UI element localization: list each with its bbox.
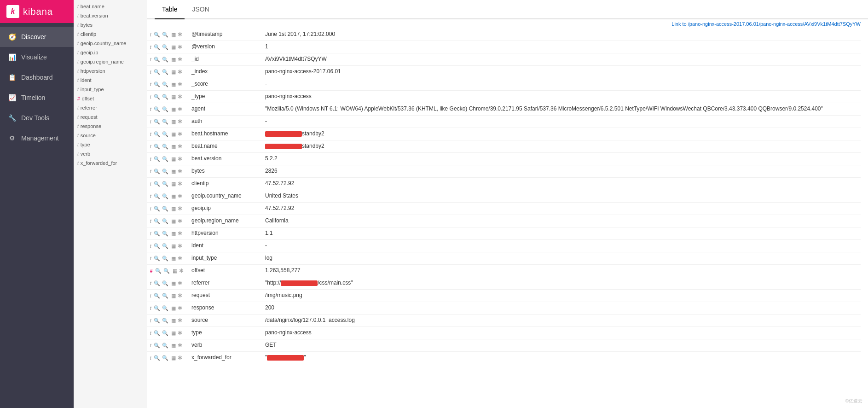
field-item[interactable]: tbytes <box>74 20 147 29</box>
sidebar-item-management[interactable]: ⚙Management <box>0 128 74 148</box>
search-plus-icon[interactable]: 🔍 <box>153 342 161 349</box>
columns-icon[interactable]: ▦ <box>170 118 177 125</box>
search-plus-icon[interactable]: 🔍 <box>153 329 161 337</box>
tab-table[interactable]: Table <box>155 0 185 19</box>
search-plus-icon[interactable]: 🔍 <box>153 105 161 113</box>
search-plus-icon[interactable]: 🔍 <box>153 242 161 250</box>
search-plus-icon[interactable]: 🔍 <box>153 192 161 200</box>
columns-icon[interactable]: ▦ <box>170 81 177 88</box>
logo[interactable]: k kibana <box>0 0 74 23</box>
field-item[interactable]: tinput_type <box>74 85 147 94</box>
field-item[interactable]: tx_forwarded_for <box>74 158 147 168</box>
field-item[interactable]: thttpversion <box>74 66 147 76</box>
columns-icon[interactable]: ▦ <box>170 192 177 200</box>
doc-link[interactable]: Link to /pano-nginx-access-2017.06.01/pa… <box>671 21 861 27</box>
sidebar-item-timelion[interactable]: 📈Timelion <box>0 87 74 108</box>
search-minus-icon[interactable]: 🔍 <box>162 155 169 163</box>
search-plus-icon[interactable]: 🔍 <box>153 230 161 237</box>
columns-icon[interactable]: ▦ <box>170 342 177 349</box>
columns-icon[interactable]: ▦ <box>170 217 177 225</box>
search-minus-icon[interactable]: 🔍 <box>162 242 169 250</box>
search-plus-icon[interactable]: 🔍 <box>153 56 161 63</box>
columns-icon[interactable]: ▦ <box>170 242 177 250</box>
columns-icon[interactable]: ▦ <box>170 31 177 38</box>
search-minus-icon[interactable]: 🔍 <box>162 280 169 287</box>
search-minus-icon[interactable]: 🔍 <box>162 81 169 88</box>
search-plus-icon[interactable]: 🔍 <box>155 267 162 274</box>
columns-icon[interactable]: ▦ <box>170 130 177 138</box>
search-plus-icon[interactable]: 🔍 <box>153 43 161 51</box>
columns-icon[interactable]: ▦ <box>170 205 177 212</box>
search-plus-icon[interactable]: 🔍 <box>153 143 161 150</box>
search-plus-icon[interactable]: 🔍 <box>153 118 161 125</box>
search-minus-icon[interactable]: 🔍 <box>162 168 169 175</box>
sidebar-item-dashboard[interactable]: 📋Dashboard <box>0 67 74 87</box>
search-plus-icon[interactable]: 🔍 <box>153 31 161 38</box>
search-plus-icon[interactable]: 🔍 <box>153 81 161 88</box>
search-plus-icon[interactable]: 🔍 <box>153 68 161 76</box>
search-minus-icon[interactable]: 🔍 <box>162 205 169 212</box>
sidebar-item-dev-tools[interactable]: 🔧Dev Tools <box>0 108 74 128</box>
field-item[interactable]: tgeoip.country_name <box>74 39 147 48</box>
field-item[interactable]: tgeoip.region_name <box>74 57 147 66</box>
columns-icon[interactable]: ▦ <box>171 267 179 274</box>
search-minus-icon[interactable]: 🔍 <box>162 230 169 237</box>
columns-icon[interactable]: ▦ <box>170 255 177 262</box>
field-item[interactable]: tgeoip.ip <box>74 48 147 57</box>
search-plus-icon[interactable]: 🔍 <box>153 280 161 287</box>
search-minus-icon[interactable]: 🔍 <box>162 93 169 100</box>
search-plus-icon[interactable]: 🔍 <box>153 317 161 324</box>
search-plus-icon[interactable]: 🔍 <box>153 217 161 225</box>
field-item[interactable]: tclientip <box>74 29 147 39</box>
columns-icon[interactable]: ▦ <box>170 354 177 361</box>
sidebar-item-discover[interactable]: 🧭Discover <box>0 27 74 47</box>
search-minus-icon[interactable]: 🔍 <box>163 267 170 274</box>
search-minus-icon[interactable]: 🔍 <box>162 68 169 76</box>
columns-icon[interactable]: ▦ <box>170 329 177 337</box>
search-minus-icon[interactable]: 🔍 <box>162 31 169 38</box>
columns-icon[interactable]: ▦ <box>170 168 177 175</box>
search-minus-icon[interactable]: 🔍 <box>162 292 169 299</box>
columns-icon[interactable]: ▦ <box>170 43 177 51</box>
field-item[interactable]: ttype <box>74 140 147 149</box>
search-minus-icon[interactable]: 🔍 <box>162 192 169 200</box>
search-minus-icon[interactable]: 🔍 <box>162 255 169 262</box>
columns-icon[interactable]: ▦ <box>170 56 177 63</box>
columns-icon[interactable]: ▦ <box>170 155 177 163</box>
field-item[interactable]: tbeat.version <box>74 11 147 20</box>
search-plus-icon[interactable]: 🔍 <box>153 292 161 299</box>
search-minus-icon[interactable]: 🔍 <box>162 342 169 349</box>
search-plus-icon[interactable]: 🔍 <box>153 130 161 138</box>
search-minus-icon[interactable]: 🔍 <box>162 43 169 51</box>
search-minus-icon[interactable]: 🔍 <box>162 56 169 63</box>
columns-icon[interactable]: ▦ <box>170 304 177 312</box>
field-item[interactable]: tbeat.name <box>74 2 147 11</box>
field-item[interactable]: tverb <box>74 149 147 158</box>
field-item[interactable]: tident <box>74 76 147 85</box>
search-plus-icon[interactable]: 🔍 <box>153 180 161 187</box>
search-minus-icon[interactable]: 🔍 <box>162 329 169 337</box>
columns-icon[interactable]: ▦ <box>170 280 177 287</box>
search-plus-icon[interactable]: 🔍 <box>153 304 161 312</box>
columns-icon[interactable]: ▦ <box>170 143 177 150</box>
search-minus-icon[interactable]: 🔍 <box>162 105 169 113</box>
search-plus-icon[interactable]: 🔍 <box>153 155 161 163</box>
field-item[interactable]: treferrer <box>74 103 147 112</box>
search-minus-icon[interactable]: 🔍 <box>162 304 169 312</box>
search-minus-icon[interactable]: 🔍 <box>162 118 169 125</box>
search-plus-icon[interactable]: 🔍 <box>153 255 161 262</box>
search-plus-icon[interactable]: 🔍 <box>153 168 161 175</box>
tab-json[interactable]: JSON <box>185 0 216 19</box>
search-minus-icon[interactable]: 🔍 <box>162 217 169 225</box>
field-item[interactable]: tsource <box>74 131 147 140</box>
search-minus-icon[interactable]: 🔍 <box>162 354 169 361</box>
field-item[interactable]: #offset <box>74 94 147 103</box>
field-item[interactable]: tresponse <box>74 122 147 131</box>
columns-icon[interactable]: ▦ <box>170 105 177 113</box>
search-minus-icon[interactable]: 🔍 <box>162 317 169 324</box>
columns-icon[interactable]: ▦ <box>170 292 177 299</box>
columns-icon[interactable]: ▦ <box>170 68 177 76</box>
columns-icon[interactable]: ▦ <box>170 230 177 237</box>
search-minus-icon[interactable]: 🔍 <box>162 130 169 138</box>
search-minus-icon[interactable]: 🔍 <box>162 180 169 187</box>
